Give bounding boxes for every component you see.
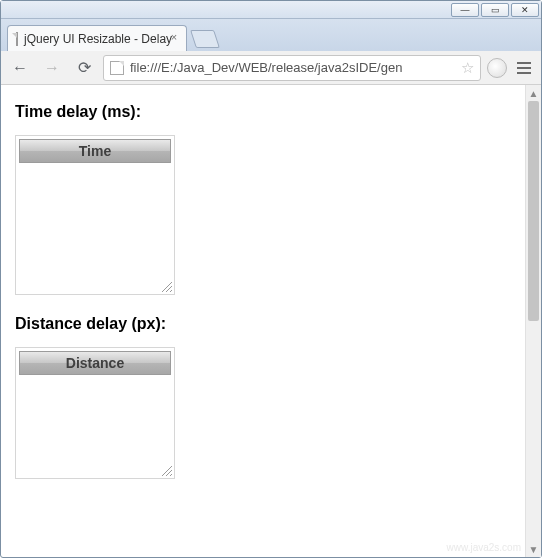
forward-button[interactable]: → [39, 55, 65, 81]
browser-window: — ▭ ✕ jQuery UI Resizable - Delay × ← → … [0, 0, 542, 558]
chrome-menu-button[interactable] [513, 62, 535, 74]
vertical-scrollbar[interactable]: ▲ ▼ [525, 85, 541, 557]
resize-handle-icon[interactable] [159, 463, 173, 477]
window-titlebar: — ▭ ✕ [1, 1, 541, 19]
page-icon [110, 61, 124, 75]
tab-close-button[interactable]: × [168, 32, 180, 44]
new-tab-button[interactable] [190, 30, 220, 48]
file-icon [16, 32, 18, 46]
url-text: file:///E:/Java_Dev/WEB/release/java2sID… [130, 60, 402, 75]
reload-button[interactable]: ⟳ [71, 55, 97, 81]
back-button[interactable]: ← [7, 55, 33, 81]
scroll-down-arrow-icon[interactable]: ▼ [526, 541, 541, 557]
watermark-text: www.java2s.com [447, 542, 521, 553]
viewport: Time delay (ms): Time Distance delay (px… [1, 85, 541, 557]
tab-strip: jQuery UI Resizable - Delay × [1, 19, 541, 51]
svg-line-2 [170, 290, 172, 292]
browser-tab[interactable]: jQuery UI Resizable - Delay × [7, 25, 187, 51]
window-minimize-button[interactable]: — [451, 3, 479, 17]
window-maximize-button[interactable]: ▭ [481, 3, 509, 17]
extension-icon[interactable] [487, 58, 507, 78]
address-bar[interactable]: file:///E:/Java_Dev/WEB/release/java2sID… [103, 55, 481, 81]
browser-toolbar: ← → ⟳ file:///E:/Java_Dev/WEB/release/ja… [1, 51, 541, 85]
window-close-button[interactable]: ✕ [511, 3, 539, 17]
page-content: Time delay (ms): Time Distance delay (px… [1, 85, 525, 557]
resizable-distance[interactable]: Distance [15, 347, 175, 479]
resizable-distance-header: Distance [19, 351, 171, 375]
tab-title: jQuery UI Resizable - Delay [24, 32, 172, 46]
scrollbar-thumb[interactable] [528, 101, 539, 321]
heading-time-delay: Time delay (ms): [15, 103, 511, 121]
scroll-up-arrow-icon[interactable]: ▲ [526, 85, 541, 101]
bookmark-star-icon[interactable]: ☆ [461, 59, 474, 77]
resizable-time-header: Time [19, 139, 171, 163]
resize-handle-icon[interactable] [159, 279, 173, 293]
heading-distance-delay: Distance delay (px): [15, 315, 511, 333]
svg-line-5 [170, 474, 172, 476]
resizable-time[interactable]: Time [15, 135, 175, 295]
